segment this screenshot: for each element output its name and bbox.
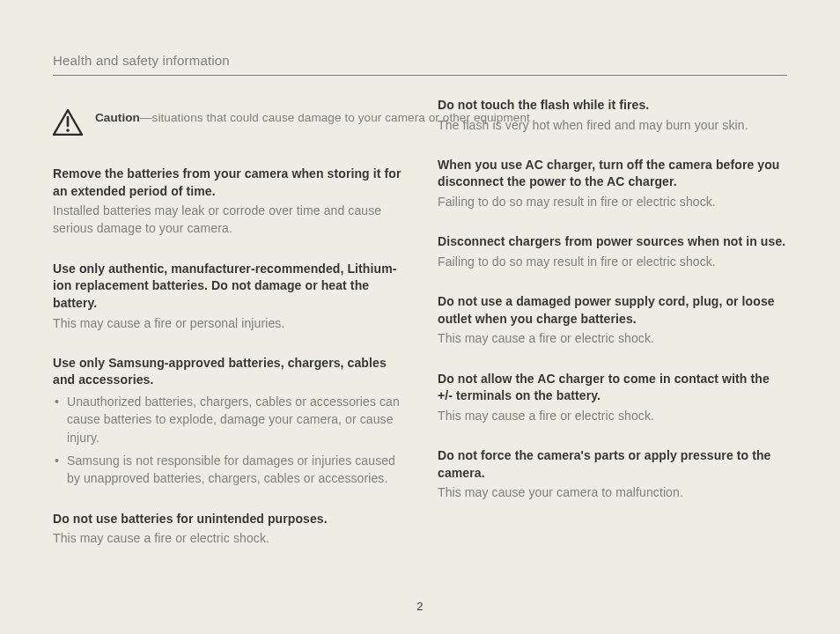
section-body: This may cause your camera to malfunctio… xyxy=(438,483,787,501)
section-heading: When you use AC charger, turn off the ca… xyxy=(438,157,787,191)
left-column: Remove the batteries from your camera wh… xyxy=(53,166,402,570)
section-body: Installed batteries may leak or corrode … xyxy=(53,202,402,238)
right-column: Do not touch the flash while it fires. T… xyxy=(438,97,787,570)
section-heading: Do not force the camera's parts or apply… xyxy=(438,447,787,482)
section: Do not use a damaged power supply cord, … xyxy=(438,293,787,347)
document-page: Health and safety information Caution—si… xyxy=(0,0,840,634)
content-columns: Remove the batteries from your camera wh… xyxy=(53,166,787,570)
section-body: Failing to do so may result in fire or e… xyxy=(438,193,787,210)
section-heading: Do not touch the flash while it fires. xyxy=(438,97,787,114)
section: Remove the batteries from your camera wh… xyxy=(53,166,402,238)
section-heading: Use only Samsung-approved batteries, cha… xyxy=(53,355,402,389)
section-body: This may cause a fire or electric shock. xyxy=(438,329,787,347)
section: Use only authentic, manufacturer-recomme… xyxy=(53,261,402,332)
section-body: This may cause a fire or electric shock. xyxy=(53,529,402,547)
section-body: Failing to do so may result in fire or e… xyxy=(438,253,787,270)
section-heading: Remove the batteries from your camera wh… xyxy=(53,166,402,200)
section-heading: Disconnect chargers from power sources w… xyxy=(438,233,787,251)
section: Disconnect chargers from power sources w… xyxy=(438,233,787,270)
section-body: This may cause a fire or electric shock. xyxy=(438,407,787,424)
list-item: Samsung is not responsible for damages o… xyxy=(53,452,402,488)
bullet-list: Unauthorized batteries, chargers, cables… xyxy=(53,393,402,487)
section-heading: Do not allow the AC charger to come in c… xyxy=(438,371,787,405)
section-body: The flash is very hot when fired and may… xyxy=(438,116,787,134)
section: Do not touch the flash while it fires. T… xyxy=(438,97,787,134)
section: Do not allow the AC charger to come in c… xyxy=(438,371,787,424)
section: Use only Samsung-approved batteries, cha… xyxy=(53,355,402,488)
section-heading: Do not use a damaged power supply cord, … xyxy=(438,293,787,328)
section: When you use AC charger, turn off the ca… xyxy=(438,157,787,210)
section-heading: Do not use batteries for unintended purp… xyxy=(53,511,402,528)
page-header: Health and safety information xyxy=(53,51,787,76)
section-body: This may cause a fire or personal injuri… xyxy=(53,314,402,332)
section: Do not force the camera's parts or apply… xyxy=(438,447,787,501)
caution-label: Caution xyxy=(95,111,140,124)
warning-icon xyxy=(53,109,83,136)
section: Do not use batteries for unintended purp… xyxy=(53,511,402,548)
section-heading: Use only authentic, manufacturer-recomme… xyxy=(53,261,402,313)
page-number: 2 xyxy=(0,599,840,615)
svg-point-2 xyxy=(66,129,70,132)
list-item: Unauthorized batteries, chargers, cables… xyxy=(53,393,402,446)
header-title: Health and safety information xyxy=(53,53,230,68)
